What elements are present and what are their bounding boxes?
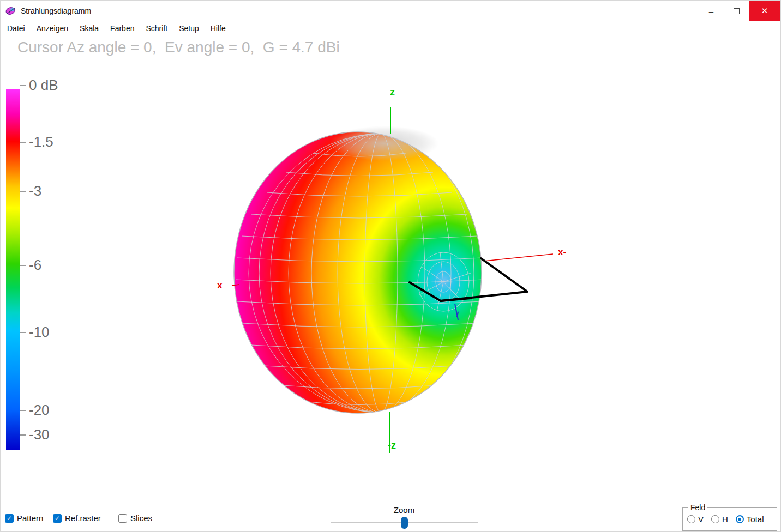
checkbox-unchecked-icon <box>118 514 127 523</box>
refraster-checkbox[interactable]: ✓ Ref.raster <box>53 513 101 523</box>
radiation-pattern-3d-view[interactable] <box>1 35 781 504</box>
pattern-checkbox[interactable]: ✓ Pattern <box>5 513 43 523</box>
refraster-checkbox-label: Ref.raster <box>65 513 101 523</box>
slices-checkbox[interactable]: Slices <box>118 513 152 523</box>
zoom-slider[interactable] <box>331 522 478 523</box>
x-axis-label: x <box>217 280 222 291</box>
app-window: Strahlungsdiagramm – ✕ Datei Anzeigen Sk… <box>0 0 781 532</box>
pattern-sphere-canvas <box>1 1 781 532</box>
x-minus-axis-label: x- <box>558 247 566 258</box>
radio-total-label: Total <box>747 515 764 524</box>
pattern-checkbox-label: Pattern <box>17 513 43 523</box>
feld-groupbox-label: Feld <box>688 503 707 512</box>
feld-groupbox: Feld V H Total <box>682 507 777 531</box>
radio-h[interactable]: H <box>711 515 728 524</box>
checkbox-checked-icon: ✓ <box>5 514 14 523</box>
radio-unselected-icon <box>711 515 719 523</box>
zoom-label: Zoom <box>331 505 478 515</box>
radio-h-label: H <box>722 515 728 524</box>
radio-selected-icon <box>736 515 744 523</box>
radio-v[interactable]: V <box>687 515 704 524</box>
neg-z-axis-label: -z <box>388 440 396 451</box>
y-axis-label: y <box>456 309 459 317</box>
radio-total[interactable]: Total <box>736 515 764 524</box>
checkbox-checked-icon: ✓ <box>53 514 62 523</box>
zoom-slider-thumb[interactable] <box>401 517 408 529</box>
feld-radio-group: V H Total <box>687 515 764 524</box>
z-axis-label: z <box>390 87 395 98</box>
radio-v-label: V <box>698 515 704 524</box>
slices-checkbox-label: Slices <box>130 513 152 523</box>
radio-unselected-icon <box>687 515 695 523</box>
